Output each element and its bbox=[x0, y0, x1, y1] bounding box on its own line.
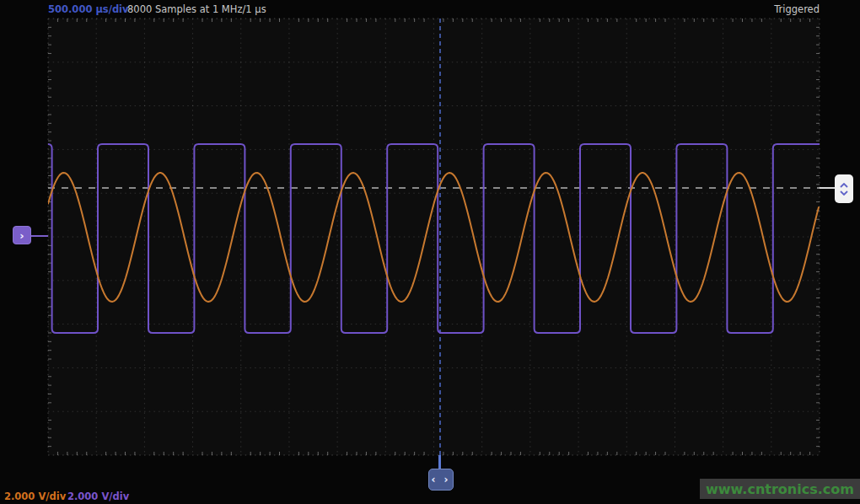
oscilloscope-screen: 500.000 µs/div 8000 Samples at 1 MHz/1 µ… bbox=[0, 0, 860, 504]
channel-offset-marker[interactable]: › bbox=[13, 226, 31, 244]
chevron-down-icon[interactable] bbox=[840, 190, 848, 196]
trigger-position-connector bbox=[31, 235, 48, 237]
grid bbox=[48, 19, 820, 455]
trigger-status-label: Triggered bbox=[774, 3, 820, 15]
watermark-text: www.cntronics.com bbox=[706, 481, 854, 497]
trigger-level-spinner[interactable] bbox=[835, 174, 853, 203]
channel2-scale-label[interactable]: 2.000 V/div bbox=[67, 491, 129, 502]
watermark: www.cntronics.com bbox=[700, 479, 860, 499]
channel1-scale-label[interactable]: 2.000 V/div bbox=[4, 491, 66, 502]
chevron-left-right-icon: ‹ › bbox=[431, 474, 450, 485]
time-position-stem bbox=[438, 455, 441, 469]
channel1-sine-waveform bbox=[48, 173, 819, 302]
chevron-up-icon[interactable] bbox=[840, 183, 848, 188]
axis-minor-ticks bbox=[48, 19, 820, 455]
plot-background bbox=[48, 19, 820, 455]
channel2-square-waveform bbox=[48, 144, 860, 333]
scope-plot[interactable] bbox=[0, 0, 860, 504]
time-position-marker[interactable]: ‹ › bbox=[428, 469, 454, 491]
sample-rate-label: 8000 Samples at 1 MHz/1 µs bbox=[127, 3, 266, 15]
trigger-level-connector bbox=[820, 187, 835, 189]
timebase-label[interactable]: 500.000 µs/div bbox=[48, 3, 129, 15]
chevron-right-icon: › bbox=[19, 229, 24, 242]
